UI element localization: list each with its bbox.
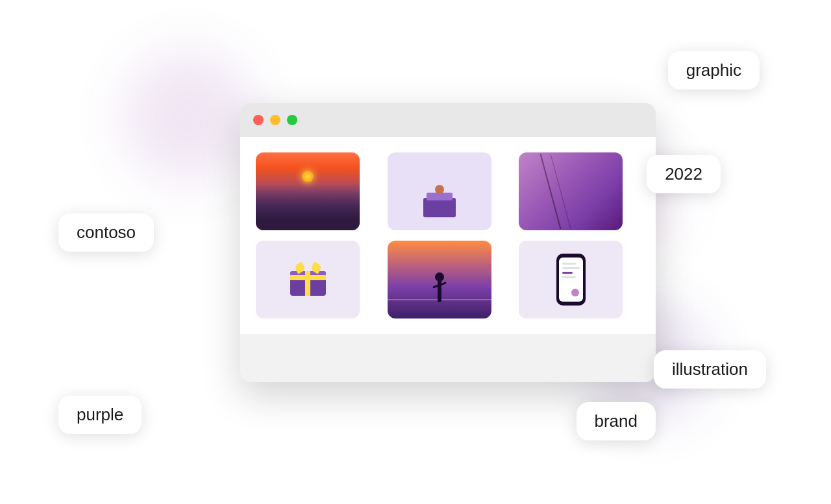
browser-toolbar [240, 103, 656, 137]
chip-brand-label: brand [595, 411, 638, 431]
chip-purple-label: purple [77, 405, 123, 424]
chip-graphic-label: graphic [686, 60, 741, 80]
blob-1 [123, 51, 253, 181]
close-dot[interactable] [253, 115, 264, 125]
image-card-sunset[interactable] [256, 152, 360, 230]
image-card-mobile[interactable] [519, 241, 623, 318]
chip-graphic[interactable]: graphic [668, 51, 760, 90]
scene: graphic 2022 contoso illustration purple… [123, 51, 708, 453]
browser-window [240, 103, 656, 382]
chip-contoso-label: contoso [77, 222, 136, 242]
chip-purple[interactable]: purple [58, 396, 142, 434]
chip-contoso[interactable]: contoso [58, 213, 154, 252]
chip-illustration-label: illustration [672, 359, 748, 379]
minimize-dot[interactable] [270, 115, 280, 125]
image-card-gift[interactable] [256, 241, 360, 318]
chip-illustration[interactable]: illustration [654, 350, 766, 389]
image-card-paddle[interactable] [388, 241, 491, 318]
chip-brand[interactable]: brand [577, 402, 656, 440]
chip-year-label: 2022 [665, 164, 702, 184]
maximize-dot[interactable] [287, 115, 297, 125]
browser-content [240, 137, 656, 334]
image-card-guitar[interactable] [519, 152, 623, 230]
image-card-illustration[interactable] [388, 152, 491, 230]
chip-2022[interactable]: 2022 [647, 155, 721, 193]
